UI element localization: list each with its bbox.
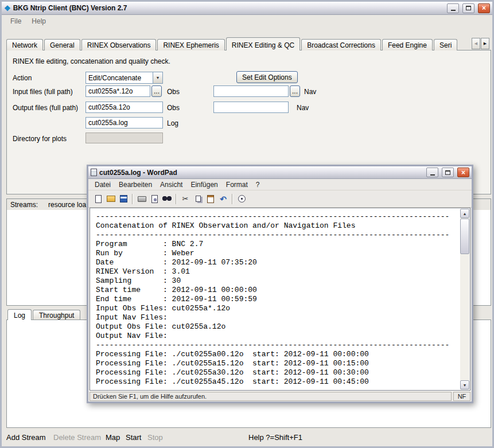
doc-line: Processing File: ./cut0255a00.12o start:… xyxy=(96,350,460,359)
scrollbar-thumb[interactable] xyxy=(460,219,469,254)
main-menubar: File Help xyxy=(2,15,492,28)
scroll-down-icon[interactable]: ▼ xyxy=(460,380,469,389)
output-nav-field[interactable] xyxy=(213,102,289,113)
doc-line: Processing File: ./cut0255a45.12o start:… xyxy=(96,377,460,387)
log-tab-strip: Log Throughput xyxy=(7,309,81,320)
tab-serial[interactable]: Seri xyxy=(434,39,457,50)
tab-strip: Network General RINEX Observations RINEX… xyxy=(6,36,472,50)
doc-line: Output Nav File: xyxy=(96,332,460,341)
input-nav-tag: Nav xyxy=(304,88,316,96)
tab-rinex-observations[interactable]: RINEX Observations xyxy=(81,39,157,50)
doc-line: Processing File: ./cut0255a15.12o start:… xyxy=(96,359,460,368)
doc-line: Run by : Weber xyxy=(96,249,460,258)
tab-rinex-ephemeris[interactable]: RINEX Ephemeris xyxy=(157,39,224,50)
close-icon: × xyxy=(461,169,465,176)
tab-general[interactable]: General xyxy=(44,39,80,50)
statusbar-nf-indicator: NF xyxy=(453,392,470,401)
doc-line: Output Obs File: cut0255a.12o xyxy=(96,322,460,332)
doc-line: Date : 2012-09-11 07:35:20 xyxy=(96,258,460,267)
plots-dir-field xyxy=(85,133,163,143)
doc-line: Sampling : 30 xyxy=(96,276,460,286)
wordpad-minimize-button[interactable] xyxy=(426,167,438,177)
copy-icon[interactable] xyxy=(192,193,204,205)
wordpad-menubar: Datei Bearbeiten Ansicht Einfügen Format… xyxy=(88,179,472,190)
doc-line: Concatenation of RINEX Observation and/o… xyxy=(96,221,460,231)
add-stream-button[interactable]: Add Stream xyxy=(6,433,46,442)
browse-input-nav-button[interactable]: ... xyxy=(290,85,300,97)
wp-menu-ansicht[interactable]: Ansicht xyxy=(156,180,186,190)
minimize-icon xyxy=(430,174,435,176)
bottom-action-bar: Add Stream Delete Stream Map Start Stop … xyxy=(2,428,492,446)
wordpad-titlebar[interactable]: cut0255a.log - WordPad × xyxy=(88,166,472,179)
tab-scroll-left-icon[interactable]: ◀ xyxy=(472,38,480,49)
action-combobox[interactable]: Edit/Concatenate ▼ xyxy=(85,72,163,84)
wordpad-document-area[interactable]: ----------------------------------------… xyxy=(90,208,470,391)
print-icon[interactable] xyxy=(136,193,147,205)
doc-line: Processing File: ./cut0255a30.12o start:… xyxy=(96,368,460,377)
insert-datetime-icon[interactable] xyxy=(236,193,247,205)
output-obs-field[interactable] xyxy=(85,102,163,113)
main-window-title: BKG Ntrip Client (BNC) Version 2.7 xyxy=(13,4,444,12)
panel-description: RINEX file editing, concatenation and qu… xyxy=(13,57,170,65)
wordpad-document-text[interactable]: ----------------------------------------… xyxy=(90,208,460,390)
help-shortcut-label: Help ?=Shift+F1 xyxy=(248,433,302,442)
wp-menu-bearbeiten[interactable]: Bearbeiten xyxy=(115,180,156,190)
input-nav-field[interactable] xyxy=(213,85,289,97)
minimize-button[interactable] xyxy=(447,3,459,13)
map-button[interactable]: Map xyxy=(106,433,120,442)
toolbar-separator xyxy=(232,194,233,204)
browse-input-obs-button[interactable]: ... xyxy=(151,85,162,97)
cut-icon[interactable]: ✂ xyxy=(180,193,191,205)
chevron-down-icon[interactable]: ▼ xyxy=(153,72,162,83)
bnc-app-icon: ❖ xyxy=(4,4,11,13)
wp-menu-einfuegen[interactable]: Einfügen xyxy=(186,180,221,190)
paste-icon[interactable] xyxy=(205,193,216,205)
output-log-field[interactable] xyxy=(85,117,163,128)
doc-line: End time : 2012-09-11 00:59:59 xyxy=(96,295,460,304)
menu-file[interactable]: File xyxy=(5,15,26,27)
maximize-icon xyxy=(466,6,471,10)
print-preview-icon[interactable] xyxy=(149,193,160,205)
tab-broadcast-corrections[interactable]: Broadcast Corrections xyxy=(301,39,381,50)
tab-throughput[interactable]: Throughput xyxy=(33,310,80,320)
save-icon[interactable] xyxy=(118,193,129,205)
bnc-main-window: ❖ BKG Ntrip Client (BNC) Version 2.7 × F… xyxy=(0,0,494,448)
tab-log[interactable]: Log xyxy=(7,309,32,320)
output-log-tag: Log xyxy=(167,119,178,127)
wordpad-maximize-button[interactable] xyxy=(442,167,454,177)
wp-menu-help[interactable]: ? xyxy=(252,180,264,190)
toolbar-separator xyxy=(176,194,177,204)
doc-line: ----------------------------------------… xyxy=(96,212,460,221)
menu-help[interactable]: Help xyxy=(26,15,51,27)
statusbar-message: Drücken Sie F1, um die Hilfe aufzurufen. xyxy=(90,392,452,401)
wordpad-window: cut0255a.log - WordPad × Datei Bearbeite… xyxy=(87,165,473,403)
vertical-scrollbar[interactable]: ▲ ▼ xyxy=(460,209,469,389)
set-edit-options-button[interactable]: Set Edit Options xyxy=(236,71,298,83)
scroll-up-icon[interactable]: ▲ xyxy=(460,209,469,218)
doc-line: ----------------------------------------… xyxy=(96,231,460,240)
plots-dir-label: Directory for plots xyxy=(13,135,67,143)
streams-label: Streams: xyxy=(10,201,38,209)
main-titlebar[interactable]: ❖ BKG Ntrip Client (BNC) Version 2.7 × xyxy=(2,2,492,15)
undo-icon[interactable]: ↶ xyxy=(217,193,229,205)
wordpad-statusbar: Drücken Sie F1, um die Hilfe aufzurufen.… xyxy=(88,391,472,402)
tab-rinex-editing-qc[interactable]: RINEX Editing & QC xyxy=(226,37,300,50)
close-icon: × xyxy=(482,5,486,11)
tab-feed-engine[interactable]: Feed Engine xyxy=(382,39,433,50)
start-button[interactable]: Start xyxy=(126,433,141,442)
maximize-button[interactable] xyxy=(462,3,474,13)
streams-value: resource loa xyxy=(48,201,86,209)
doc-line: Input Nav Files: xyxy=(96,313,460,322)
close-button[interactable]: × xyxy=(478,3,490,13)
tab-network[interactable]: Network xyxy=(6,39,43,50)
output-obs-tag: Obs xyxy=(167,104,180,112)
find-icon[interactable] xyxy=(161,193,173,205)
wp-menu-datei[interactable]: Datei xyxy=(91,180,115,190)
open-icon[interactable] xyxy=(105,193,116,205)
doc-line: Start time : 2012-09-11 00:00:00 xyxy=(96,286,460,295)
wp-menu-format[interactable]: Format xyxy=(222,180,252,190)
wordpad-close-button[interactable]: × xyxy=(457,167,469,177)
tab-scroll-right-icon[interactable]: ▶ xyxy=(481,38,489,49)
new-document-icon[interactable] xyxy=(92,193,104,205)
input-obs-field[interactable] xyxy=(85,85,150,97)
